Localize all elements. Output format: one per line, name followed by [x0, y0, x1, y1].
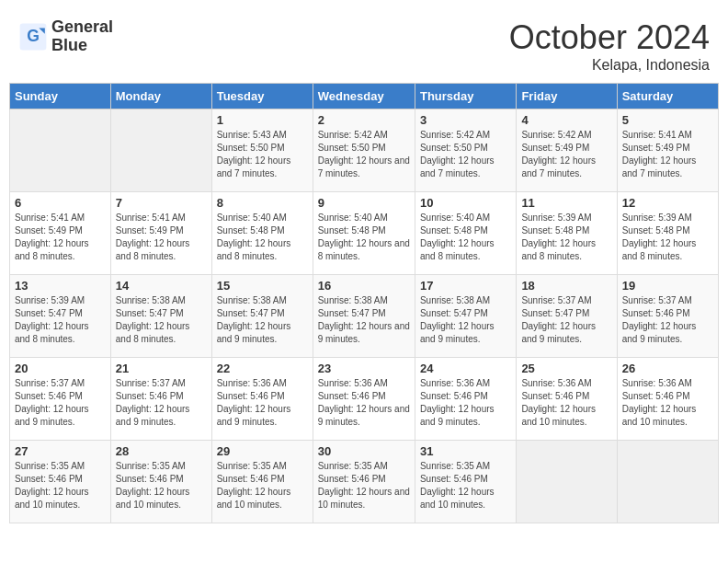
day-number: 2	[318, 113, 410, 127]
day-number: 5	[622, 113, 713, 127]
logo-line2: Blue	[51, 37, 113, 55]
day-number: 29	[217, 444, 308, 458]
day-cell: 15Sunrise: 5:38 AM Sunset: 5:47 PM Dayli…	[211, 275, 313, 358]
header-row: SundayMondayTuesdayWednesdayThursdayFrid…	[10, 84, 719, 109]
day-cell: 18Sunrise: 5:37 AM Sunset: 5:47 PM Dayli…	[517, 275, 617, 358]
logo-line1: General	[51, 18, 113, 37]
day-cell	[617, 441, 718, 523]
day-info: Sunrise: 5:37 AM Sunset: 5:46 PM Dayligh…	[116, 377, 207, 429]
day-number: 27	[15, 444, 106, 458]
day-info: Sunrise: 5:35 AM Sunset: 5:46 PM Dayligh…	[318, 460, 410, 511]
day-cell: 24Sunrise: 5:36 AM Sunset: 5:46 PM Dayli…	[415, 358, 516, 441]
day-cell: 2Sunrise: 5:42 AM Sunset: 5:50 PM Daylig…	[313, 109, 415, 192]
day-number: 13	[15, 279, 106, 293]
month-title: October 2024	[509, 18, 710, 57]
day-number: 25	[521, 362, 611, 375]
week-row-2: 6Sunrise: 5:41 AM Sunset: 5:49 PM Daylig…	[10, 192, 719, 275]
day-info: Sunrise: 5:37 AM Sunset: 5:46 PM Dayligh…	[15, 377, 106, 429]
day-cell: 8Sunrise: 5:40 AM Sunset: 5:48 PM Daylig…	[211, 192, 313, 275]
day-cell: 25Sunrise: 5:36 AM Sunset: 5:46 PM Dayli…	[517, 358, 617, 441]
header-sunday: Sunday	[10, 84, 111, 109]
day-cell: 31Sunrise: 5:35 AM Sunset: 5:46 PM Dayli…	[415, 441, 516, 523]
day-number: 4	[521, 113, 611, 127]
day-info: Sunrise: 5:42 AM Sunset: 5:49 PM Dayligh…	[521, 129, 611, 180]
day-number: 21	[116, 362, 207, 375]
day-cell: 4Sunrise: 5:42 AM Sunset: 5:49 PM Daylig…	[517, 109, 617, 192]
day-cell: 30Sunrise: 5:35 AM Sunset: 5:46 PM Dayli…	[313, 441, 415, 523]
day-cell: 20Sunrise: 5:37 AM Sunset: 5:46 PM Dayli…	[10, 358, 111, 441]
day-number: 19	[622, 279, 713, 293]
day-number: 14	[116, 279, 207, 293]
day-info: Sunrise: 5:39 AM Sunset: 5:48 PM Dayligh…	[622, 212, 713, 263]
logo-icon: G	[18, 22, 48, 52]
day-cell: 26Sunrise: 5:36 AM Sunset: 5:46 PM Dayli…	[617, 358, 718, 441]
day-cell	[110, 109, 211, 192]
day-info: Sunrise: 5:42 AM Sunset: 5:50 PM Dayligh…	[420, 129, 511, 180]
day-cell: 6Sunrise: 5:41 AM Sunset: 5:49 PM Daylig…	[10, 192, 111, 275]
week-row-3: 13Sunrise: 5:39 AM Sunset: 5:47 PM Dayli…	[10, 275, 719, 358]
day-info: Sunrise: 5:40 AM Sunset: 5:48 PM Dayligh…	[318, 212, 410, 263]
day-number: 15	[217, 279, 308, 293]
day-cell: 1Sunrise: 5:43 AM Sunset: 5:50 PM Daylig…	[211, 109, 313, 192]
day-number: 23	[318, 362, 410, 375]
day-cell: 21Sunrise: 5:37 AM Sunset: 5:46 PM Dayli…	[110, 358, 211, 441]
day-info: Sunrise: 5:40 AM Sunset: 5:48 PM Dayligh…	[217, 212, 308, 263]
day-cell: 23Sunrise: 5:36 AM Sunset: 5:46 PM Dayli…	[313, 358, 415, 441]
day-info: Sunrise: 5:42 AM Sunset: 5:50 PM Dayligh…	[318, 129, 410, 180]
day-cell	[10, 109, 111, 192]
week-row-4: 20Sunrise: 5:37 AM Sunset: 5:46 PM Dayli…	[10, 358, 719, 441]
header-friday: Friday	[517, 84, 617, 109]
day-number: 24	[420, 362, 511, 375]
day-number: 18	[521, 279, 611, 293]
header: G General Blue October 2024 Kelapa, Indo…	[9, 9, 719, 78]
week-row-5: 27Sunrise: 5:35 AM Sunset: 5:46 PM Dayli…	[10, 441, 719, 523]
day-number: 10	[420, 196, 511, 210]
day-info: Sunrise: 5:35 AM Sunset: 5:46 PM Dayligh…	[217, 460, 308, 511]
title-area: October 2024 Kelapa, Indonesia	[509, 18, 710, 74]
day-cell: 22Sunrise: 5:36 AM Sunset: 5:46 PM Dayli…	[211, 358, 313, 441]
day-number: 20	[15, 362, 106, 375]
logo: G General Blue	[18, 18, 113, 55]
day-info: Sunrise: 5:37 AM Sunset: 5:47 PM Dayligh…	[521, 294, 611, 346]
day-cell: 7Sunrise: 5:41 AM Sunset: 5:49 PM Daylig…	[110, 192, 211, 275]
day-info: Sunrise: 5:36 AM Sunset: 5:46 PM Dayligh…	[318, 377, 410, 429]
day-cell: 28Sunrise: 5:35 AM Sunset: 5:46 PM Dayli…	[110, 441, 211, 523]
day-info: Sunrise: 5:38 AM Sunset: 5:47 PM Dayligh…	[217, 294, 308, 346]
day-cell: 29Sunrise: 5:35 AM Sunset: 5:46 PM Dayli…	[211, 441, 313, 523]
day-info: Sunrise: 5:38 AM Sunset: 5:47 PM Dayligh…	[116, 294, 207, 346]
day-info: Sunrise: 5:35 AM Sunset: 5:46 PM Dayligh…	[15, 460, 106, 511]
day-info: Sunrise: 5:37 AM Sunset: 5:46 PM Dayligh…	[622, 294, 713, 346]
day-info: Sunrise: 5:41 AM Sunset: 5:49 PM Dayligh…	[15, 212, 106, 263]
day-number: 30	[318, 444, 410, 458]
day-info: Sunrise: 5:41 AM Sunset: 5:49 PM Dayligh…	[116, 212, 207, 263]
day-cell: 14Sunrise: 5:38 AM Sunset: 5:47 PM Dayli…	[110, 275, 211, 358]
day-cell: 3Sunrise: 5:42 AM Sunset: 5:50 PM Daylig…	[415, 109, 516, 192]
day-cell: 27Sunrise: 5:35 AM Sunset: 5:46 PM Dayli…	[10, 441, 111, 523]
day-number: 11	[521, 196, 611, 210]
day-info: Sunrise: 5:41 AM Sunset: 5:49 PM Dayligh…	[622, 129, 713, 180]
day-cell: 13Sunrise: 5:39 AM Sunset: 5:47 PM Dayli…	[10, 275, 111, 358]
location-title: Kelapa, Indonesia	[509, 57, 710, 74]
day-info: Sunrise: 5:36 AM Sunset: 5:46 PM Dayligh…	[622, 377, 713, 429]
day-cell: 10Sunrise: 5:40 AM Sunset: 5:48 PM Dayli…	[415, 192, 516, 275]
day-cell: 19Sunrise: 5:37 AM Sunset: 5:46 PM Dayli…	[617, 275, 718, 358]
day-number: 1	[217, 113, 308, 127]
day-cell: 17Sunrise: 5:38 AM Sunset: 5:47 PM Dayli…	[415, 275, 516, 358]
day-number: 22	[217, 362, 308, 375]
day-number: 12	[622, 196, 713, 210]
day-info: Sunrise: 5:36 AM Sunset: 5:46 PM Dayligh…	[420, 377, 511, 429]
day-cell	[517, 441, 617, 523]
day-info: Sunrise: 5:36 AM Sunset: 5:46 PM Dayligh…	[217, 377, 308, 429]
day-info: Sunrise: 5:35 AM Sunset: 5:46 PM Dayligh…	[116, 460, 207, 511]
day-number: 9	[318, 196, 410, 210]
day-info: Sunrise: 5:39 AM Sunset: 5:47 PM Dayligh…	[15, 294, 106, 346]
day-cell: 5Sunrise: 5:41 AM Sunset: 5:49 PM Daylig…	[617, 109, 718, 192]
day-number: 26	[622, 362, 713, 375]
header-wednesday: Wednesday	[313, 84, 415, 109]
header-thursday: Thursday	[415, 84, 516, 109]
day-number: 6	[15, 196, 106, 210]
day-info: Sunrise: 5:39 AM Sunset: 5:48 PM Dayligh…	[521, 212, 611, 263]
day-cell: 9Sunrise: 5:40 AM Sunset: 5:48 PM Daylig…	[313, 192, 415, 275]
day-info: Sunrise: 5:40 AM Sunset: 5:48 PM Dayligh…	[420, 212, 511, 263]
week-row-1: 1Sunrise: 5:43 AM Sunset: 5:50 PM Daylig…	[10, 109, 719, 192]
